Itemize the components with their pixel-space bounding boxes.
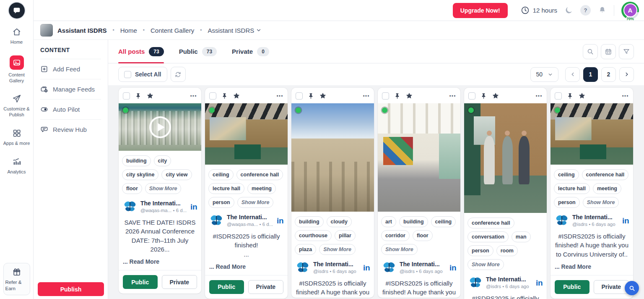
tag[interactable]: ceiling bbox=[554, 169, 579, 180]
publish-button[interactable]: Publish bbox=[38, 282, 104, 296]
help-icon[interactable]: ? bbox=[580, 5, 591, 16]
tag[interactable]: building bbox=[399, 216, 428, 227]
panel-item-manage-feeds[interactable]: Manage Feeds bbox=[40, 79, 101, 100]
tag[interactable]: corridor bbox=[381, 230, 410, 241]
read-more-link[interactable]: ... Read More bbox=[205, 260, 288, 275]
tag[interactable]: conference hall bbox=[236, 169, 283, 180]
tag[interactable]: person bbox=[467, 245, 493, 256]
tab-private[interactable]: Private 0 bbox=[232, 40, 269, 63]
show-more-tag[interactable]: Show More bbox=[381, 244, 418, 255]
private-button[interactable]: Private bbox=[162, 275, 197, 289]
page-size-select[interactable]: 50 bbox=[530, 67, 558, 82]
card-menu-button[interactable]: ••• bbox=[190, 93, 197, 98]
tag[interactable]: person bbox=[208, 197, 234, 208]
pin-icon[interactable] bbox=[221, 92, 228, 100]
calendar-button[interactable] bbox=[601, 44, 616, 59]
tag[interactable]: art bbox=[381, 216, 396, 227]
select-all-checkbox[interactable] bbox=[124, 71, 131, 78]
pin-icon[interactable] bbox=[135, 92, 142, 100]
post-media[interactable] bbox=[464, 103, 547, 213]
card-menu-button[interactable]: ••• bbox=[449, 93, 456, 98]
tag[interactable]: lecture hall bbox=[208, 183, 244, 194]
post-media[interactable] bbox=[119, 103, 201, 151]
play-button[interactable] bbox=[149, 116, 171, 138]
tag[interactable]: pillar bbox=[335, 230, 356, 241]
next-page-button[interactable] bbox=[619, 67, 634, 82]
sidebar-item-analytics[interactable]: Analytics bbox=[2, 157, 32, 175]
star-icon[interactable] bbox=[578, 92, 586, 100]
tag[interactable]: room bbox=[496, 245, 518, 256]
card-menu-button[interactable]: ••• bbox=[536, 93, 543, 98]
tag[interactable]: city view bbox=[161, 169, 192, 180]
contentstudio-logo[interactable] bbox=[9, 3, 25, 18]
search-button[interactable] bbox=[583, 44, 598, 59]
tag[interactable]: courthouse bbox=[295, 230, 332, 241]
post-media[interactable] bbox=[205, 103, 288, 165]
tag[interactable]: conference hall bbox=[467, 218, 514, 228]
tag[interactable]: man bbox=[512, 231, 531, 242]
post-media[interactable] bbox=[551, 103, 633, 165]
page-button-1[interactable]: 1 bbox=[583, 67, 598, 82]
pin-icon[interactable] bbox=[480, 92, 487, 100]
post-media[interactable] bbox=[291, 103, 374, 212]
tag[interactable]: floor bbox=[122, 183, 142, 194]
breadcrumb-home[interactable]: Home bbox=[120, 27, 137, 34]
select-all-button[interactable]: Select All bbox=[118, 67, 167, 82]
avatar[interactable]: A 70% bbox=[621, 2, 639, 19]
filter-button[interactable] bbox=[619, 44, 634, 59]
star-icon[interactable] bbox=[146, 92, 154, 100]
tag[interactable]: cloudy bbox=[327, 216, 352, 227]
tag[interactable]: meeting bbox=[593, 183, 621, 194]
post-media[interactable] bbox=[378, 103, 460, 212]
breadcrumb-content-gallery[interactable]: Content Gallery bbox=[151, 27, 194, 34]
star-icon[interactable] bbox=[492, 92, 499, 100]
tag[interactable]: conversation bbox=[467, 231, 509, 242]
star-icon[interactable] bbox=[233, 92, 240, 100]
card-checkbox[interactable] bbox=[296, 92, 303, 100]
show-more-tag[interactable]: Show More bbox=[467, 259, 504, 270]
private-button[interactable]: Private bbox=[248, 280, 284, 294]
sidebar-item-home[interactable]: Home bbox=[2, 27, 32, 45]
refresh-button[interactable] bbox=[171, 67, 186, 82]
tab-public[interactable]: Public 73 bbox=[179, 40, 217, 63]
card-checkbox[interactable] bbox=[209, 92, 216, 100]
upgrade-now-button[interactable]: Upgrade Now! bbox=[453, 3, 508, 18]
sidebar-item-refer-earn[interactable]: Refer & Earn bbox=[3, 263, 30, 295]
tag[interactable]: ceiling bbox=[208, 169, 234, 180]
public-button[interactable]: Public bbox=[209, 280, 244, 294]
floating-search-button[interactable] bbox=[625, 281, 639, 295]
sidebar-item-apps-more[interactable]: Apps & more bbox=[2, 128, 32, 147]
panel-item-review-hub[interactable]: Review Hub bbox=[40, 120, 101, 139]
tag[interactable]: person bbox=[554, 197, 580, 208]
show-more-tag[interactable]: Show More bbox=[145, 183, 182, 194]
read-more-link[interactable]: ... Read More bbox=[119, 254, 201, 270]
tag[interactable]: conference hall bbox=[582, 169, 629, 180]
card-checkbox[interactable] bbox=[468, 92, 475, 100]
pin-icon[interactable] bbox=[566, 92, 574, 100]
prev-page-button[interactable] bbox=[565, 67, 580, 82]
tag[interactable]: building bbox=[122, 155, 151, 166]
public-button[interactable]: Public bbox=[555, 280, 589, 294]
star-icon[interactable] bbox=[319, 92, 327, 100]
breadcrumb-workspace-dropdown[interactable]: Assistant ISDRS bbox=[208, 27, 262, 34]
card-checkbox[interactable] bbox=[382, 92, 389, 100]
show-more-tag[interactable]: Show More bbox=[319, 244, 356, 255]
card-menu-button[interactable]: ••• bbox=[622, 93, 629, 98]
panel-item-add-feed[interactable]: Add Feed bbox=[40, 59, 101, 79]
tab-all-posts[interactable]: All posts 73 bbox=[118, 40, 164, 63]
read-more-link[interactable]: ... Read More bbox=[551, 260, 633, 275]
tag[interactable]: city bbox=[154, 155, 171, 166]
show-more-tag[interactable]: Show More bbox=[583, 197, 619, 208]
pin-icon[interactable] bbox=[394, 92, 401, 100]
private-button[interactable]: Private bbox=[594, 280, 629, 294]
card-menu-button[interactable]: ••• bbox=[363, 93, 370, 98]
tag[interactable]: meeting bbox=[247, 183, 276, 194]
dark-mode-moon-icon[interactable] bbox=[564, 6, 573, 15]
tag[interactable]: plaza bbox=[295, 244, 316, 255]
workspace-avatar[interactable] bbox=[40, 24, 53, 37]
show-more-tag[interactable]: Show More bbox=[237, 197, 274, 208]
page-button-2[interactable]: 2 bbox=[601, 67, 616, 82]
star-icon[interactable] bbox=[405, 92, 413, 100]
public-button[interactable]: Public bbox=[123, 275, 158, 289]
card-menu-button[interactable]: ••• bbox=[277, 93, 283, 98]
